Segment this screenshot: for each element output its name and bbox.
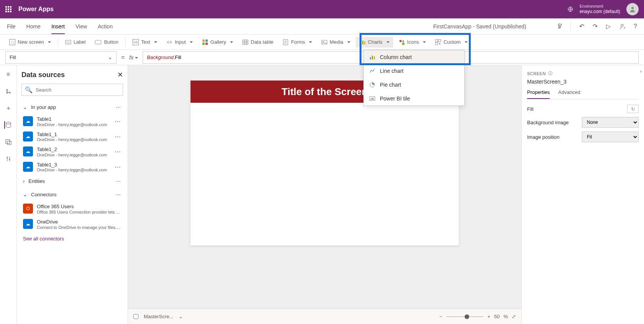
undo-icon[interactable]: ↶ xyxy=(579,23,584,30)
datasource-item[interactable]: ☁ Table1_1 OneDrive - henry.legge@outloo… xyxy=(21,129,123,145)
equals-sign: = xyxy=(121,54,125,61)
zoom-out-icon[interactable]: − xyxy=(439,314,442,319)
datasource-name: Table1_3 xyxy=(37,162,111,168)
environment-selector[interactable]: Environment enayu.com (default) xyxy=(580,4,620,15)
prop-label-fill: Fill xyxy=(527,106,534,112)
insert-gallery-button[interactable]: Gallery xyxy=(198,37,237,48)
rail-advanced-icon[interactable] xyxy=(5,155,12,163)
zoom-value: 50 xyxy=(494,314,499,319)
gallery-icon xyxy=(202,39,208,45)
new-screen-button[interactable]: ▢New screen xyxy=(5,37,55,48)
chevron-down-icon: ⌄ xyxy=(108,54,112,60)
onedrive-icon: ☁ xyxy=(23,162,33,172)
tab-file[interactable]: File xyxy=(7,23,16,30)
close-icon[interactable]: ✕ xyxy=(117,71,123,79)
app-header: Power Apps Environment enayu.com (defaul… xyxy=(0,0,644,18)
datasource-item[interactable]: ☁ Table1_2 OneDrive - henry.legge@outloo… xyxy=(21,144,123,160)
section-entities[interactable]: › Entities⋯ xyxy=(21,174,123,188)
onedrive-icon: ☁ xyxy=(23,132,33,141)
tab-home[interactable]: Home xyxy=(26,23,41,30)
more-icon[interactable]: ⋯ xyxy=(115,133,122,140)
datasource-sub: OneDrive - henry.legge@outlook.com xyxy=(37,122,111,127)
charts-option-column[interactable]: Column chart xyxy=(364,50,464,64)
connector-sub: Connect to OneDrive to manage your files… xyxy=(37,225,122,230)
datasource-name: Table1 xyxy=(37,116,111,122)
tab-insert[interactable]: Insert xyxy=(51,23,65,34)
svg-rect-8 xyxy=(205,43,208,45)
play-icon[interactable]: ▷ xyxy=(606,23,611,30)
insert-text-button[interactable]: AbText xyxy=(129,37,161,48)
more-icon[interactable]: ⋯ xyxy=(116,104,122,110)
datasource-item[interactable]: ☁ Table1 OneDrive - henry.legge@outlook.… xyxy=(21,114,123,129)
redo-icon[interactable]: ↷ xyxy=(593,23,598,30)
tab-view[interactable]: View xyxy=(76,23,87,30)
rail-hamburger-icon[interactable]: ≡ xyxy=(5,71,12,78)
insert-datatable-button[interactable]: Data table xyxy=(238,37,277,48)
zoom-slider[interactable] xyxy=(446,316,484,317)
see-all-connectors-link[interactable]: See all connectors xyxy=(21,232,123,245)
rail-data-icon[interactable] xyxy=(4,121,12,129)
powerbi-icon xyxy=(369,95,375,102)
rail-tree-icon[interactable] xyxy=(5,87,12,95)
props-tab-advanced[interactable]: Advanced xyxy=(558,89,580,99)
prop-fill-swatch[interactable]: ↻ xyxy=(627,105,639,113)
line-chart-icon xyxy=(369,68,375,74)
insert-media-button[interactable]: Media xyxy=(317,37,354,48)
rail-media-icon[interactable] xyxy=(5,138,12,146)
share-icon[interactable] xyxy=(619,23,625,30)
left-rail: ≡ ＋ xyxy=(0,65,17,324)
props-tab-properties[interactable]: Properties xyxy=(527,89,550,99)
more-icon[interactable]: ⋯ xyxy=(115,148,122,155)
charts-option-line[interactable]: Line chart xyxy=(364,64,464,78)
svg-rect-23 xyxy=(374,56,375,59)
property-selector[interactable]: Fill ⌄ xyxy=(5,51,117,64)
charts-option-powerbi[interactable]: Power BI tile xyxy=(364,92,464,105)
footer-checkbox[interactable] xyxy=(133,314,138,319)
insert-button-button[interactable]: Button xyxy=(91,37,122,47)
more-icon[interactable]: ⋯ xyxy=(116,178,122,184)
search-input[interactable] xyxy=(36,87,120,93)
connector-sub: Office 365 Users Connection provider let… xyxy=(37,210,122,214)
help-icon[interactable]: ? xyxy=(634,23,637,30)
expand-icon[interactable]: › xyxy=(640,68,642,74)
charts-option-pie[interactable]: Pie chart xyxy=(364,78,464,92)
chevron-down-icon[interactable]: ⌄ xyxy=(179,314,183,319)
charts-icon xyxy=(360,39,366,45)
connector-item[interactable]: ☁ OneDrive Connect to OneDrive to manage… xyxy=(21,217,123,232)
onedrive-icon: ☁ xyxy=(23,146,33,156)
more-icon[interactable]: ⋯ xyxy=(115,118,122,125)
insert-icons-button[interactable]: Icons xyxy=(395,37,430,48)
prop-bgimg-select[interactable]: None xyxy=(582,117,639,128)
datasources-search[interactable]: 🔍 xyxy=(21,84,123,96)
insert-charts-button[interactable]: Charts xyxy=(356,37,393,48)
more-icon[interactable]: ⋯ xyxy=(115,163,122,171)
chevron-down-icon: ⌄ xyxy=(23,104,27,110)
connector-item[interactable]: O Office 365 Users Office 365 Users Conn… xyxy=(21,201,123,217)
insert-input-button[interactable]: Input xyxy=(163,37,197,48)
connector-icon: O xyxy=(23,204,33,214)
insert-forms-button[interactable]: Forms xyxy=(279,37,316,48)
column-chart-icon xyxy=(369,54,375,60)
section-connectors[interactable]: ⌄ Connectors⋯ xyxy=(21,188,123,201)
avatar[interactable] xyxy=(626,3,639,15)
insert-custom-button[interactable]: Custom xyxy=(431,37,472,48)
zoom-in-icon[interactable]: + xyxy=(487,314,490,319)
app-launcher-icon[interactable] xyxy=(5,6,12,12)
svg-rect-9 xyxy=(243,40,248,44)
fx-button[interactable]: fx xyxy=(129,54,138,61)
prop-imgpos-select[interactable]: Fit xyxy=(582,132,639,142)
section-in-your-app[interactable]: ⌄ In your app⋯ xyxy=(21,100,123,114)
separator xyxy=(125,38,126,47)
app-checker-icon[interactable]: ℣ xyxy=(558,23,562,30)
insert-label-button[interactable]: Label xyxy=(61,37,90,48)
info-icon[interactable]: ⓘ xyxy=(548,71,553,76)
rail-add-icon[interactable]: ＋ xyxy=(5,104,12,112)
svg-point-2 xyxy=(621,24,623,26)
datasource-item[interactable]: ☁ Table1_3 OneDrive - henry.legge@outloo… xyxy=(21,160,123,175)
fullscreen-icon[interactable]: ⤢ xyxy=(512,314,516,319)
footer-screen-name[interactable]: MasterScre... xyxy=(144,314,173,319)
environment-value: enayu.com (default) xyxy=(580,9,620,14)
svg-rect-31 xyxy=(7,141,11,145)
tab-action[interactable]: Action xyxy=(98,23,113,30)
more-icon[interactable]: ⋯ xyxy=(116,192,122,197)
